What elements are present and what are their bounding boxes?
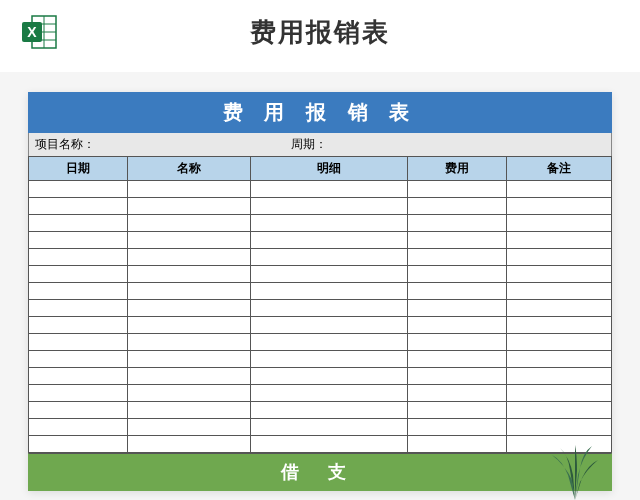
table-cell[interactable] [128, 334, 250, 351]
table-cell[interactable] [407, 232, 506, 249]
table-cell[interactable] [29, 198, 128, 215]
table-row[interactable] [29, 368, 612, 385]
table-cell[interactable] [29, 334, 128, 351]
table-cell[interactable] [128, 351, 250, 368]
table-cell[interactable] [250, 385, 407, 402]
table-cell[interactable] [407, 215, 506, 232]
table-cell[interactable] [128, 300, 250, 317]
table-cell[interactable] [128, 419, 250, 436]
table-cell[interactable] [29, 317, 128, 334]
table-row[interactable] [29, 266, 612, 283]
table-cell[interactable] [507, 317, 612, 334]
table-row[interactable] [29, 215, 612, 232]
table-cell[interactable] [250, 419, 407, 436]
meta-row: 项目名称： 周期： [28, 133, 612, 156]
app-header: X 费用报销表 [0, 0, 640, 72]
table-cell[interactable] [128, 283, 250, 300]
table-cell[interactable] [250, 436, 407, 453]
table-cell[interactable] [29, 232, 128, 249]
table-cell[interactable] [250, 300, 407, 317]
table-cell[interactable] [507, 266, 612, 283]
table-cell[interactable] [29, 419, 128, 436]
table-cell[interactable] [29, 249, 128, 266]
table-cell[interactable] [507, 334, 612, 351]
table-cell[interactable] [507, 215, 612, 232]
table-row[interactable] [29, 181, 612, 198]
table-cell[interactable] [29, 215, 128, 232]
table-row[interactable] [29, 249, 612, 266]
table-row[interactable] [29, 351, 612, 368]
table-cell[interactable] [29, 436, 128, 453]
table-cell[interactable] [407, 402, 506, 419]
table-cell[interactable] [128, 385, 250, 402]
table-cell[interactable] [407, 351, 506, 368]
table-cell[interactable] [507, 249, 612, 266]
table-cell[interactable] [250, 266, 407, 283]
table-row[interactable] [29, 436, 612, 453]
spreadsheet: 费 用 报 销 表 项目名称： 周期： 日期 名称 明细 费用 备注 借 支 [28, 92, 612, 491]
page-title: 费用报销表 [20, 15, 620, 50]
table-cell[interactable] [407, 283, 506, 300]
table-cell[interactable] [128, 266, 250, 283]
table-cell[interactable] [507, 402, 612, 419]
table-row[interactable] [29, 198, 612, 215]
table-cell[interactable] [407, 368, 506, 385]
table-cell[interactable] [29, 402, 128, 419]
table-cell[interactable] [250, 181, 407, 198]
table-cell[interactable] [250, 283, 407, 300]
table-cell[interactable] [128, 232, 250, 249]
table-cell[interactable] [29, 385, 128, 402]
table-cell[interactable] [407, 436, 506, 453]
table-row[interactable] [29, 300, 612, 317]
table-cell[interactable] [250, 334, 407, 351]
table-cell[interactable] [128, 402, 250, 419]
table-cell[interactable] [128, 368, 250, 385]
table-cell[interactable] [250, 402, 407, 419]
table-cell[interactable] [250, 198, 407, 215]
table-cell[interactable] [407, 385, 506, 402]
table-cell[interactable] [128, 215, 250, 232]
table-cell[interactable] [128, 249, 250, 266]
table-cell[interactable] [29, 283, 128, 300]
table-cell[interactable] [407, 300, 506, 317]
table-cell[interactable] [507, 419, 612, 436]
table-cell[interactable] [29, 181, 128, 198]
table-cell[interactable] [29, 351, 128, 368]
table-cell[interactable] [507, 368, 612, 385]
table-cell[interactable] [128, 181, 250, 198]
table-cell[interactable] [507, 351, 612, 368]
table-cell[interactable] [250, 351, 407, 368]
table-cell[interactable] [507, 385, 612, 402]
table-cell[interactable] [407, 334, 506, 351]
table-cell[interactable] [407, 317, 506, 334]
table-row[interactable] [29, 385, 612, 402]
table-row[interactable] [29, 317, 612, 334]
table-cell[interactable] [250, 215, 407, 232]
table-cell[interactable] [407, 198, 506, 215]
table-row[interactable] [29, 402, 612, 419]
table-row[interactable] [29, 232, 612, 249]
table-cell[interactable] [407, 249, 506, 266]
table-cell[interactable] [29, 300, 128, 317]
period-label: 周期： [285, 133, 611, 156]
table-cell[interactable] [250, 232, 407, 249]
table-cell[interactable] [128, 317, 250, 334]
table-cell[interactable] [250, 368, 407, 385]
table-cell[interactable] [250, 249, 407, 266]
table-row[interactable] [29, 334, 612, 351]
table-cell[interactable] [407, 266, 506, 283]
table-cell[interactable] [128, 198, 250, 215]
table-cell[interactable] [507, 198, 612, 215]
table-cell[interactable] [128, 436, 250, 453]
table-row[interactable] [29, 283, 612, 300]
table-cell[interactable] [407, 419, 506, 436]
table-row[interactable] [29, 419, 612, 436]
table-cell[interactable] [507, 232, 612, 249]
table-cell[interactable] [29, 266, 128, 283]
table-cell[interactable] [507, 181, 612, 198]
table-cell[interactable] [250, 317, 407, 334]
table-cell[interactable] [507, 283, 612, 300]
table-cell[interactable] [507, 300, 612, 317]
table-cell[interactable] [29, 368, 128, 385]
table-cell[interactable] [407, 181, 506, 198]
